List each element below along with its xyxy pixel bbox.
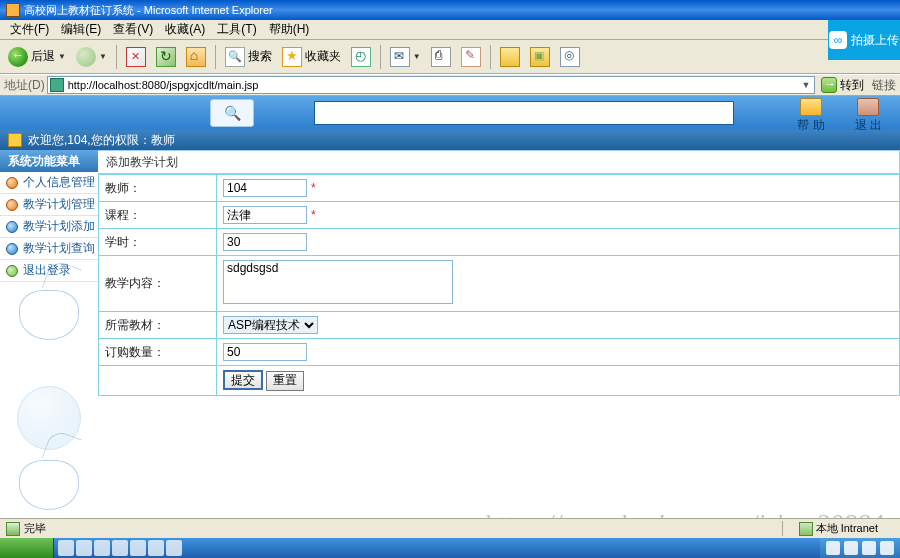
- chevron-down-icon: ▼: [99, 52, 107, 61]
- ql-icon[interactable]: [58, 540, 74, 556]
- sidebar-item-label: 个人信息管理: [23, 174, 95, 191]
- help-button[interactable]: 帮 助: [797, 98, 824, 134]
- link-icon: ∞: [829, 31, 847, 49]
- links-label[interactable]: 链接: [872, 77, 896, 94]
- quick-launch: [54, 540, 186, 556]
- edit-button[interactable]: [457, 45, 485, 69]
- panel-title: 添加教学计划: [98, 150, 900, 174]
- taskbar: [0, 538, 900, 558]
- qty-label: 订购数量：: [99, 339, 217, 366]
- capture-upload-badge[interactable]: ∞ 拍摄上传: [828, 20, 900, 60]
- sidebar-item-label: 退出登录: [23, 262, 71, 279]
- bullet-icon: [6, 199, 18, 211]
- status-bar: 完毕 本地 Intranet: [0, 518, 900, 538]
- refresh-icon: [156, 47, 176, 67]
- required-mark: *: [311, 208, 316, 222]
- ql-icon[interactable]: [166, 540, 182, 556]
- sidebar-title: 系统功能菜单: [0, 150, 98, 172]
- submit-button[interactable]: 提交: [223, 370, 263, 390]
- module-button[interactable]: [526, 45, 554, 69]
- system-tray: [820, 538, 900, 558]
- menu-file[interactable]: 文件(F): [4, 19, 55, 40]
- menu-tools[interactable]: 工具(T): [211, 19, 262, 40]
- help-label: 帮 助: [797, 117, 824, 134]
- mail-icon: [390, 47, 410, 67]
- address-label: 地址(D): [4, 77, 45, 94]
- ql-icon[interactable]: [148, 540, 164, 556]
- refresh-button[interactable]: [152, 45, 180, 69]
- exit-button[interactable]: 退 出: [855, 98, 882, 134]
- ql-icon[interactable]: [130, 540, 146, 556]
- hours-input[interactable]: [223, 233, 307, 251]
- material-label: 所需教材：: [99, 312, 217, 339]
- favorites-label: 收藏夹: [305, 48, 341, 65]
- separator: [116, 45, 117, 69]
- sidebar-item-plan-add[interactable]: 教学计划添加: [0, 216, 98, 238]
- folder-button[interactable]: [496, 45, 524, 69]
- menu-help[interactable]: 帮助(H): [263, 19, 316, 40]
- address-dropdown[interactable]: ▼: [798, 80, 814, 90]
- zone-icon: [799, 522, 813, 536]
- exit-icon: [857, 98, 879, 116]
- bullet-icon: [6, 243, 18, 255]
- ql-icon[interactable]: [94, 540, 110, 556]
- stop-icon: [126, 47, 146, 67]
- tray-icon[interactable]: [844, 541, 858, 555]
- home-button[interactable]: [182, 45, 210, 69]
- go-button[interactable]: 转到: [821, 77, 864, 94]
- separator: [215, 45, 216, 69]
- teacher-input[interactable]: [223, 179, 307, 197]
- capture-upload-label: 拍摄上传: [851, 32, 899, 49]
- header-search-input[interactable]: [314, 101, 734, 125]
- hours-label: 学时：: [99, 229, 217, 256]
- course-input[interactable]: [223, 206, 307, 224]
- back-button[interactable]: 后退 ▼: [4, 45, 70, 69]
- content-textarea[interactable]: sdgdsgsd: [223, 260, 453, 304]
- tray-icon[interactable]: [862, 541, 876, 555]
- empty-cell: [99, 366, 217, 396]
- ql-icon[interactable]: [112, 540, 128, 556]
- bullet-icon: [6, 221, 18, 233]
- bullet-icon: [6, 177, 18, 189]
- edit-icon: [461, 47, 481, 67]
- tray-icon[interactable]: [826, 541, 840, 555]
- toolbar: 后退 ▼ ▼ 搜索 收藏夹 ▼: [0, 40, 900, 74]
- material-select[interactable]: ASP编程技术: [223, 316, 318, 334]
- qty-input[interactable]: [223, 343, 307, 361]
- back-arrow-icon: [8, 47, 28, 67]
- sidebar-item-logout[interactable]: 退出登录: [0, 260, 98, 282]
- ql-icon[interactable]: [76, 540, 92, 556]
- search-label: 搜索: [248, 48, 272, 65]
- menu-view[interactable]: 查看(V): [107, 19, 159, 40]
- history-button[interactable]: [347, 45, 375, 69]
- window-title: 高校网上教材征订系统 - Microsoft Internet Explorer: [24, 3, 273, 18]
- sidebar-item-plan-manage[interactable]: 教学计划管理: [0, 194, 98, 216]
- back-label: 后退: [31, 48, 55, 65]
- history-icon: [351, 47, 371, 67]
- research-button[interactable]: [556, 45, 584, 69]
- reset-button[interactable]: 重置: [266, 371, 304, 391]
- mail-button[interactable]: ▼: [386, 45, 425, 69]
- forward-button[interactable]: ▼: [72, 45, 111, 69]
- page-icon: [50, 78, 64, 92]
- sidebar-item-label: 教学计划查询: [23, 240, 95, 257]
- stop-button[interactable]: [122, 45, 150, 69]
- tray-icon[interactable]: [880, 541, 894, 555]
- sidebar-item-profile[interactable]: 个人信息管理: [0, 172, 98, 194]
- main-area: 系统功能菜单 个人信息管理 教学计划管理 教学计划添加 教学计划查询 退出登录 …: [0, 150, 900, 558]
- welcome-text: 欢迎您,104,您的权限：教师: [28, 132, 175, 149]
- menubar: 文件(F) 编辑(E) 查看(V) 收藏(A) 工具(T) 帮助(H) ∞ 拍摄…: [0, 20, 900, 40]
- search-button[interactable]: 搜索: [221, 45, 276, 69]
- chevron-down-icon: ▼: [58, 52, 66, 61]
- magnify-icon: [560, 47, 580, 67]
- menu-favorites[interactable]: 收藏(A): [159, 19, 211, 40]
- app-header: 帮 助 退 出: [0, 96, 900, 130]
- start-button[interactable]: [0, 538, 54, 558]
- sidebar-item-plan-query[interactable]: 教学计划查询: [0, 238, 98, 260]
- favorites-button[interactable]: 收藏夹: [278, 45, 345, 69]
- address-input[interactable]: [66, 79, 798, 91]
- menu-edit[interactable]: 编辑(E): [55, 19, 107, 40]
- search-icon: [225, 47, 245, 67]
- home-icon: [186, 47, 206, 67]
- print-button[interactable]: [427, 45, 455, 69]
